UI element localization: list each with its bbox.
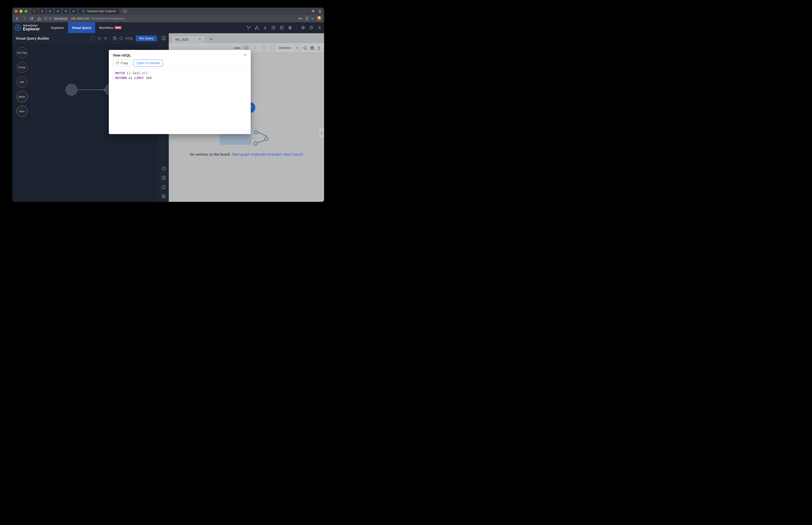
pinned-tab[interactable]: [47, 9, 53, 14]
svg-point-7: [83, 11, 84, 12]
tag-group[interactable]: Group: [16, 62, 28, 73]
help-icon[interactable]: [161, 185, 166, 190]
profile-avatar[interactable]: [317, 16, 322, 21]
resize-handle[interactable]: [246, 130, 249, 133]
record-icon[interactable]: [161, 194, 166, 199]
brand-top: NebulaGraph: [23, 25, 40, 27]
pinned-tab[interactable]: [63, 9, 69, 14]
svg-point-35: [162, 185, 165, 189]
security-chip[interactable]: Not Secure: [44, 17, 68, 20]
key-icon[interactable]: [298, 17, 303, 20]
nav-tabs: Explorer Visual Query Workflow Beta: [47, 22, 125, 33]
svg-rect-11: [299, 18, 300, 19]
ngql-code[interactable]: MATCH ()-[e1]->() RETURN e1 LIMIT 100: [109, 69, 251, 134]
builder-header: Visual Query Builder nGQL Run Query: [12, 33, 169, 44]
minimize-window-button[interactable]: [19, 10, 22, 13]
svg-point-26: [311, 28, 311, 29]
reload-button[interactable]: [29, 17, 34, 20]
close-window-button[interactable]: [15, 10, 18, 13]
svg-point-5: [72, 10, 75, 13]
brand[interactable]: NebulaGraph Explorer: [15, 25, 40, 31]
layout-icon[interactable]: [280, 26, 284, 30]
history-icon[interactable]: [119, 36, 123, 40]
pinned-tabs: [31, 9, 77, 14]
run-query-button[interactable]: Run Query: [136, 35, 157, 41]
view-ngql-modal: View nGQL ✕ Copy Open in console MATCH (…: [109, 50, 251, 134]
zoom-window-button[interactable]: [25, 10, 27, 13]
home-button[interactable]: [37, 17, 42, 20]
chevron-down-icon[interactable]: [311, 17, 314, 20]
browser-window: NebulaGraph Explorer ＋ Not Secure 192.16…: [12, 7, 324, 202]
svg-rect-48: [116, 62, 118, 64]
bookmark-icon[interactable]: [305, 17, 308, 20]
svg-rect-22: [289, 26, 291, 27]
link-icon[interactable]: [318, 26, 322, 30]
info-icon: [49, 17, 52, 20]
svg-rect-9: [50, 18, 50, 19]
back-button[interactable]: [15, 17, 19, 20]
app-header: NebulaGraph Explorer Explorer Visual Que…: [12, 22, 324, 33]
url-text[interactable]: 192.168.8.131:7002/explorer/visualQuery: [71, 17, 125, 20]
tag-club[interactable]: club: [16, 76, 28, 88]
header-actions: [247, 25, 322, 30]
tag-team[interactable]: team: [16, 106, 28, 117]
trash-icon[interactable]: [318, 10, 322, 13]
site-icon: [82, 10, 85, 13]
not-secure-label: Not Secure: [53, 17, 68, 20]
svg-rect-16: [256, 26, 257, 27]
download-icon[interactable]: [263, 26, 267, 30]
pinned-tab[interactable]: [71, 9, 77, 14]
pinned-tab[interactable]: [39, 9, 46, 14]
builder-title: Visual Query Builder: [16, 36, 49, 40]
new-tab-button[interactable]: ＋: [123, 9, 127, 14]
beta-badge: Beta: [115, 26, 122, 29]
canvas-node-source[interactable]: [65, 84, 77, 96]
svg-rect-20: [280, 26, 283, 29]
svg-point-0: [33, 10, 36, 13]
open-in-console-button[interactable]: Open in console: [134, 59, 163, 66]
cloud-icon: [311, 10, 315, 13]
forward-button[interactable]: [22, 17, 27, 20]
graph-icon[interactable]: [247, 26, 250, 30]
svg-point-1: [41, 10, 44, 13]
svg-rect-27: [91, 37, 94, 40]
copy-icon: [116, 61, 119, 64]
tab-visual-query[interactable]: Visual Query: [68, 22, 95, 33]
svg-point-10: [50, 18, 51, 18]
svg-point-37: [162, 195, 165, 198]
tag-palette: Any Tag Group club player team: [12, 44, 32, 202]
tag-player[interactable]: player: [16, 91, 28, 102]
tab-explorer[interactable]: Explorer: [47, 22, 68, 33]
pinned-tab[interactable]: [55, 9, 61, 14]
ngql-label[interactable]: nGQL: [125, 37, 133, 40]
svg-rect-2: [49, 10, 51, 12]
inspect-icon[interactable]: [161, 36, 166, 41]
canvas-edge[interactable]: [77, 90, 105, 90]
window-titlebar: NebulaGraph Explorer ＋: [12, 7, 324, 15]
print-icon[interactable]: [288, 26, 292, 30]
save-icon[interactable]: [113, 36, 117, 40]
history-icon[interactable]: [161, 166, 166, 171]
svg-point-4: [64, 10, 67, 13]
modal-title: View nGQL: [113, 53, 131, 57]
export-icon[interactable]: [272, 26, 275, 30]
selection-icon[interactable]: [91, 36, 95, 41]
list-icon[interactable]: [161, 176, 166, 180]
svg-rect-3: [57, 10, 59, 12]
brand-logo-icon: [15, 25, 21, 31]
tag-any[interactable]: Any Tag: [16, 47, 28, 58]
modal-close-button[interactable]: ✕: [244, 53, 247, 58]
svg-rect-18: [258, 28, 259, 29]
tree-icon[interactable]: [255, 26, 259, 30]
zoom-out-icon[interactable]: [104, 36, 108, 40]
svg-rect-17: [255, 28, 256, 29]
help-icon[interactable]: [309, 26, 313, 30]
globe-icon[interactable]: [301, 26, 305, 30]
tab-workflow[interactable]: Workflow Beta: [95, 22, 125, 33]
shield-icon: [44, 17, 47, 20]
zoom-in-icon[interactable]: [97, 36, 101, 40]
svg-point-38: [163, 196, 164, 197]
active-browser-tab[interactable]: NebulaGraph Explorer: [79, 9, 119, 14]
copy-button[interactable]: Copy: [113, 59, 131, 66]
pinned-tab[interactable]: [31, 9, 38, 14]
